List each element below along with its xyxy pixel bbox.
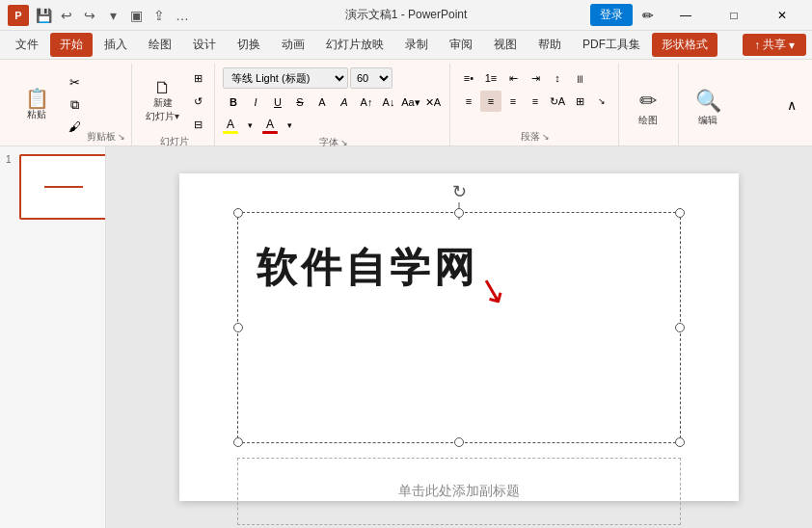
menu-design[interactable]: 设计 [183, 33, 226, 57]
menu-pdf[interactable]: PDF工具集 [573, 33, 650, 57]
save-icon[interactable]: 💾 [35, 7, 52, 24]
subtitle-area[interactable]: 单击此处添加副标题 [237, 458, 681, 525]
menu-file[interactable]: 文件 [6, 33, 48, 57]
font-size-select[interactable]: 60 [350, 67, 392, 89]
paragraph-expand-icon[interactable]: ↘ [591, 91, 612, 112]
clear-format-button[interactable]: ✕A [422, 92, 444, 113]
restore-button[interactable]: □ [712, 0, 756, 31]
italic-button[interactable]: I [245, 92, 266, 113]
window-title: 演示文稿1 - PowerPoint [345, 7, 468, 23]
pen-button[interactable]: ✏ [636, 6, 660, 25]
clipboard-expand-icon[interactable]: ↘ [118, 132, 125, 142]
handle-middle-left[interactable] [233, 323, 243, 332]
handle-top-right[interactable] [675, 208, 685, 218]
handle-top-left[interactable] [233, 208, 243, 218]
more-icon[interactable]: … [174, 7, 191, 24]
strikethrough-button[interactable]: S [289, 92, 311, 113]
title-bar-right: 登录 ✏ — □ ✕ [590, 0, 804, 31]
ribbon-group-clipboard: 📋 粘贴 ✂ ⧉ 🖌 剪贴板 ↘ [6, 64, 132, 145]
menu-draw[interactable]: 绘图 [139, 33, 181, 57]
undo-icon[interactable]: ↩ [58, 7, 75, 24]
draw-button[interactable]: ✏ 绘图 [627, 85, 669, 131]
font-size-increase-button[interactable]: A↑ [356, 92, 377, 113]
slide-section-icon[interactable]: ⊟ [187, 114, 208, 135]
redo-icon[interactable]: ↪ [81, 7, 98, 24]
cut-button[interactable]: ✂ [64, 72, 85, 93]
font-name-select[interactable]: 等线 Light (标题) [223, 67, 348, 89]
new-slide-icon: 🗋 [154, 79, 172, 96]
menu-help[interactable]: 帮助 [528, 33, 571, 57]
slide-reset-icon[interactable]: ↺ [187, 91, 208, 112]
slide-canvas[interactable]: ↻ 软件自学网 ↘ 单击此处添加副标题 [179, 173, 739, 501]
login-button[interactable]: 登录 [590, 4, 633, 26]
canvas-area: ↻ 软件自学网 ↘ 单击此处添加副标题 [106, 146, 812, 528]
menu-view[interactable]: 视图 [484, 33, 527, 57]
underline-button[interactable]: U [267, 92, 288, 113]
align-right-button[interactable]: ≡ [502, 91, 524, 112]
font-color-dropdown[interactable]: ▾ [279, 115, 300, 136]
paste-icon: 📋 [25, 89, 49, 108]
edit-button[interactable]: 🔍 编辑 [687, 85, 729, 131]
convert-to-smartart-button[interactable]: ⊞ [569, 91, 590, 112]
paragraph-expand[interactable]: ↘ [542, 132, 550, 142]
bullets-button[interactable]: ≡• [458, 67, 479, 89]
paste-button[interactable]: 📋 粘贴 [15, 85, 58, 125]
ribbon-group-edit: 🔍 编辑 [681, 64, 739, 145]
menu-review[interactable]: 审阅 [440, 33, 482, 57]
slide-panel-item: 1 [6, 154, 99, 220]
rotate-handle[interactable]: ↻ [452, 181, 467, 202]
share-button[interactable]: ↑ 共享 ▾ [743, 34, 806, 56]
draw-icon: ✏ [639, 89, 657, 114]
bold-button[interactable]: B [223, 92, 244, 113]
slide-layout-icon[interactable]: ⊞ [187, 67, 208, 89]
highlight-dropdown[interactable]: ▾ [239, 115, 260, 136]
menu-insert[interactable]: 插入 [95, 33, 137, 57]
ribbon-collapse-button[interactable]: ∧ [781, 94, 802, 116]
highlight-color-button[interactable]: A [223, 118, 238, 134]
main-area: 1 ↻ [0, 146, 812, 528]
menu-home[interactable]: 开始 [50, 33, 93, 57]
customize-icon[interactable]: ▾ [104, 7, 122, 24]
minimize-button[interactable]: — [663, 0, 708, 31]
columns-button[interactable]: ⫼ [569, 67, 590, 89]
align-center-button[interactable]: ≡ [480, 91, 501, 112]
share-dropdown-icon: ▾ [789, 39, 795, 52]
font-size-decrease-button[interactable]: A↓ [378, 92, 399, 113]
slide-title[interactable]: 软件自学网 [257, 241, 478, 295]
menu-slideshow[interactable]: 幻灯片放映 [316, 33, 393, 57]
align-left-button[interactable]: ≡ [458, 91, 479, 112]
ribbon-group-paragraph: ≡• 1≡ ⇤ ⇥ ↕ ⫼ ≡ ≡ ≡ ≡ ↻A ⊞ ↘ 段落 ↘ [452, 64, 619, 145]
handle-bottom-left[interactable] [233, 437, 243, 447]
slide-subtitle[interactable]: 单击此处添加副标题 [398, 483, 520, 500]
new-slide-button[interactable]: 🗋 新建 幻灯片▾ [140, 75, 185, 127]
slide-thumb-content [44, 186, 83, 188]
handle-bottom-middle[interactable] [454, 437, 464, 447]
menu-record[interactable]: 录制 [395, 33, 438, 57]
justify-button[interactable]: ≡ [525, 91, 546, 112]
increase-indent-button[interactable]: ⇥ [525, 67, 546, 89]
share-icon: ↑ [754, 39, 760, 52]
menu-transition[interactable]: 切换 [228, 33, 270, 57]
close-button[interactable]: ✕ [760, 0, 804, 31]
handle-top-middle[interactable] [454, 208, 464, 218]
font-color-button[interactable]: A [262, 118, 278, 134]
change-case-button[interactable]: Aa▾ [400, 92, 421, 113]
slide-thumbnail[interactable] [19, 154, 106, 220]
share2-icon[interactable]: ⇪ [150, 7, 168, 24]
text-effects-button[interactable]: A [334, 92, 355, 113]
autosave-icon[interactable]: ▣ [127, 7, 145, 24]
clipboard-label: 剪贴板 ↘ [87, 130, 125, 145]
decrease-indent-button[interactable]: ⇤ [502, 67, 524, 89]
handle-middle-right[interactable] [675, 323, 685, 332]
format-painter-button[interactable]: 🖌 [64, 117, 85, 138]
handle-bottom-right[interactable] [675, 437, 685, 447]
line-spacing-button[interactable]: ↕ [547, 67, 568, 89]
numbering-button[interactable]: 1≡ [480, 67, 501, 89]
menu-animation[interactable]: 动画 [272, 33, 314, 57]
copy-button[interactable]: ⧉ [64, 94, 85, 116]
char-spacing-button[interactable]: A [311, 92, 333, 113]
text-direction-button[interactable]: ↻A [547, 91, 568, 112]
share-label: 共享 [763, 37, 786, 53]
menu-shape-format[interactable]: 形状格式 [652, 33, 717, 57]
ribbon-group-font: 等线 Light (标题) 60 B I U S A A A↑ A↓ Aa▾ ✕… [217, 64, 450, 145]
